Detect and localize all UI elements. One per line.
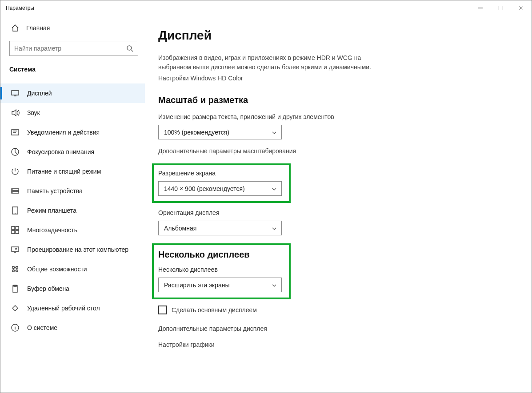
sidebar-item-12[interactable]: О системе (0, 318, 145, 337)
sidebar-item-label: Буфер обмена (27, 285, 69, 292)
svg-point-1 (127, 46, 132, 50)
sound-icon (11, 109, 19, 117)
settings-window: Параметры Главная (0, 0, 532, 393)
resolution-highlight: Разрешение экрана 1440 × 900 (рекомендуе… (152, 163, 291, 203)
sidebar-item-4[interactable]: Питание и спящий режим (0, 162, 145, 181)
multi-dropdown[interactable]: Расширить эти экраны (158, 278, 282, 292)
chevron-down-icon (272, 186, 277, 191)
multi-heading: Несколько дисплеев (158, 250, 284, 260)
sidebar-item-label: Дисплей (27, 90, 52, 97)
sidebar-item-1[interactable]: Звук (0, 103, 145, 123)
sidebar-item-7[interactable]: Многозадачность (0, 220, 145, 240)
sidebar-item-8[interactable]: Проецирование на этот компьютер (0, 240, 145, 259)
sidebar: Главная Система ДисплейЗвукУведомления и… (0, 15, 145, 393)
tablet-icon (11, 206, 19, 214)
orientation-value: Альбомная (164, 225, 272, 232)
window-title: Параметры (6, 5, 34, 11)
sidebar-item-label: Общие возможности (27, 266, 87, 273)
orientation-label: Ориентация дисплея (158, 209, 514, 216)
close-button[interactable] (511, 0, 532, 15)
home-icon (11, 24, 19, 32)
sidebar-item-label: Уведомления и действия (27, 129, 100, 136)
power-icon (11, 167, 19, 175)
scale-dropdown[interactable]: 100% (рекомендуется) (158, 125, 282, 139)
sidebar-item-3[interactable]: Фокусировка внимания (0, 142, 145, 162)
svg-rect-0 (499, 6, 503, 10)
sidebar-item-0[interactable]: Дисплей (0, 83, 145, 103)
maximize-button[interactable] (491, 0, 511, 15)
multi-label: Несколько дисплеев (158, 266, 284, 273)
hdr-description: Изображения в видео, играх и приложениях… (158, 53, 372, 72)
graphics-settings-link[interactable]: Настройки графики (158, 341, 514, 348)
make-primary-label: Сделать основным дисплеем (172, 306, 257, 314)
home-link[interactable]: Главная (0, 20, 145, 36)
search-wrap (0, 36, 145, 60)
make-primary-checkbox-row[interactable]: Сделать основным дисплеем (158, 306, 514, 314)
sidebar-item-label: Фокусировка внимания (27, 148, 94, 155)
project-icon (11, 246, 19, 254)
scale-value: 100% (рекомендуется) (164, 129, 272, 136)
resolution-dropdown[interactable]: 1440 × 900 (рекомендуется) (158, 181, 282, 196)
notifications-icon (11, 128, 19, 136)
hdr-color-link[interactable]: Настройки Windows HD Color (158, 75, 514, 82)
resolution-label: Разрешение экрана (158, 170, 284, 177)
search-icon (126, 45, 133, 52)
sidebar-item-10[interactable]: Буфер обмена (0, 279, 145, 298)
body: Главная Система ДисплейЗвукУведомления и… (0, 15, 532, 393)
advanced-display-link[interactable]: Дополнительные параметры дисплея (158, 325, 514, 332)
sidebar-item-label: Режим планшета (27, 207, 76, 214)
sidebar-item-2[interactable]: Уведомления и действия (0, 123, 145, 142)
sidebar-item-label: Проецирование на этот компьютер (27, 246, 128, 253)
sidebar-item-label: Память устройства (27, 187, 83, 195)
advanced-scale-link[interactable]: Дополнительные параметры масштабирования (158, 147, 514, 155)
search-input[interactable] (14, 45, 126, 52)
sidebar-item-11[interactable]: Удаленный рабочий стол (0, 298, 145, 318)
storage-icon (11, 187, 19, 195)
sidebar-item-label: Питание и спящий режим (27, 168, 101, 175)
main-content: Дисплей Изображения в видео, играх и при… (145, 15, 532, 393)
sidebar-item-label: О системе (27, 324, 57, 331)
chevron-down-icon (272, 282, 277, 288)
checkbox-icon[interactable] (158, 306, 167, 314)
orientation-dropdown[interactable]: Альбомная (158, 221, 282, 235)
resolution-value: 1440 × 900 (рекомендуется) (164, 185, 272, 192)
search-box[interactable] (9, 41, 138, 56)
sidebar-item-6[interactable]: Режим планшета (0, 201, 145, 220)
window-controls (470, 0, 532, 15)
sidebar-item-9[interactable]: Общие возможности (0, 259, 145, 279)
chevron-down-icon (272, 226, 277, 231)
sidebar-item-label: Многозадачность (27, 226, 77, 234)
multitask-icon (11, 226, 19, 234)
home-label: Главная (26, 24, 50, 32)
category-title: Система (0, 60, 145, 78)
multi-display-highlight: Несколько дисплеев Несколько дисплеев Ра… (152, 243, 291, 299)
multi-value: Расширить эти экраны (164, 282, 272, 289)
sidebar-item-5[interactable]: Память устройства (0, 181, 145, 201)
sidebar-item-label: Удаленный рабочий стол (27, 305, 100, 312)
shared-icon (11, 265, 19, 273)
sidebar-item-label: Звук (27, 109, 40, 116)
clipboard-icon (11, 285, 19, 293)
focus-icon (11, 148, 19, 156)
display-icon (11, 89, 19, 97)
nav: ДисплейЗвукУведомления и действияФокусир… (0, 83, 145, 337)
minimize-button[interactable] (470, 0, 491, 15)
scale-heading: Масштаб и разметка (158, 95, 514, 105)
scale-label: Изменение размера текста, приложений и д… (158, 113, 514, 120)
chevron-down-icon (272, 130, 277, 135)
page-title: Дисплей (158, 28, 514, 43)
remote-icon (11, 304, 19, 312)
about-icon (11, 324, 19, 332)
titlebar: Параметры (0, 0, 532, 15)
